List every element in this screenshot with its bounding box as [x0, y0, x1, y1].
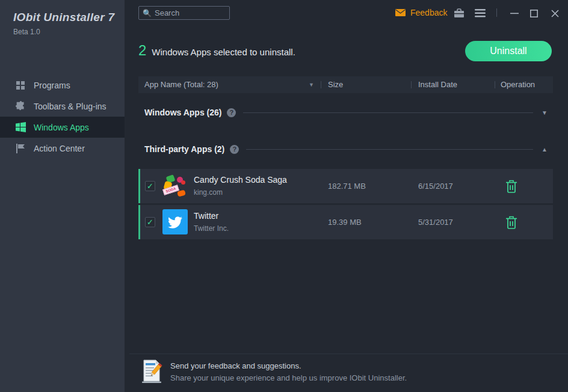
column-divider	[411, 81, 412, 88]
app-size: 182.71 MB	[328, 182, 366, 191]
column-install-date[interactable]: Install Date	[418, 76, 457, 93]
sort-arrow-icon[interactable]: ▼	[309, 76, 314, 93]
toolbox-icon[interactable]	[453, 7, 465, 19]
footer-line2: Share your unique experience and help us…	[170, 373, 407, 382]
chevron-up-icon[interactable]: ▲	[542, 146, 548, 153]
sidebar-item-label: Action Center	[34, 144, 85, 153]
sidebar-item-toolbars[interactable]: Toolbars & Plug-ins	[0, 96, 125, 117]
maximize-button[interactable]	[528, 7, 540, 19]
column-divider	[321, 81, 321, 88]
footer-line1: Send your feedback and suggestions.	[170, 361, 407, 370]
app-name: Candy Crush Soda Saga	[194, 175, 287, 185]
selection-headline: 2 Windows Apps selected to uninstall.	[138, 42, 295, 59]
app-text-block: Twitter Twitter Inc.	[194, 211, 229, 233]
app-title: IObit Uninstaller 7	[13, 11, 125, 24]
help-icon[interactable]: ?	[230, 145, 239, 154]
app-text-block: Candy Crush Soda Saga king.com	[194, 175, 287, 197]
row-checkbox[interactable]: ✓	[145, 181, 155, 191]
footer-text-block: Send your feedback and suggestions. Shar…	[170, 361, 407, 382]
app-window: IObit Uninstaller 7 Beta 1.0 Programs To…	[0, 0, 568, 392]
envelope-icon	[395, 9, 406, 16]
table-row-candy-crush[interactable]: ✓ SODA Candy Crush Soda Saga king.com 18…	[138, 169, 553, 203]
column-operation: Operation	[501, 76, 535, 93]
app-size: 19.39 MB	[328, 218, 362, 227]
table-header: App Name (Total: 28) ▼ Size Install Date…	[138, 76, 553, 93]
twitter-app-icon	[162, 209, 188, 234]
selected-count: 2	[138, 42, 146, 59]
app-publisher: Twitter Inc.	[194, 224, 229, 233]
sidebar: IObit Uninstaller 7 Beta 1.0 Programs To…	[0, 0, 125, 392]
app-version: Beta 1.0	[13, 28, 125, 36]
search-box[interactable]: 🔍	[138, 6, 230, 20]
programs-grid-icon	[15, 80, 26, 91]
sidebar-item-windows-apps[interactable]: Windows Apps	[0, 117, 125, 138]
chevron-down-icon[interactable]: ▼	[542, 109, 548, 116]
section-divider	[243, 112, 533, 113]
footer-divider	[129, 354, 568, 354]
app-publisher: king.com	[194, 188, 287, 197]
feedback-button[interactable]: Feedback	[395, 8, 447, 17]
uninstall-button[interactable]: Uninstall	[465, 41, 552, 61]
minimize-button[interactable]	[508, 7, 520, 19]
menu-icon[interactable]	[474, 7, 486, 19]
section-title: Third-party Apps (2)	[144, 144, 224, 154]
sidebar-nav: Programs Toolbars & Plug-ins Windows App…	[0, 75, 125, 159]
search-input[interactable]	[155, 8, 226, 17]
sidebar-item-action-center[interactable]: Action Center	[0, 138, 125, 159]
table-row-twitter[interactable]: ✓ Twitter Twitter Inc. 19.39 MB 5/31/201…	[138, 205, 553, 239]
section-title: Windows Apps (26)	[144, 108, 221, 117]
main-panel: 🔍 Feedback 2 Windows Apps selecte	[125, 0, 568, 392]
trash-icon[interactable]	[505, 216, 518, 229]
selected-message: Windows Apps selected to uninstall.	[152, 47, 295, 57]
column-app-name[interactable]: App Name (Total: 28)	[144, 76, 218, 93]
sidebar-item-programs[interactable]: Programs	[0, 75, 125, 96]
row-checkbox[interactable]: ✓	[145, 217, 155, 227]
feedback-note-icon[interactable]	[140, 360, 163, 384]
puzzle-icon	[15, 101, 26, 112]
search-icon: 🔍	[143, 9, 152, 17]
section-windows-apps[interactable]: Windows Apps (26) ? ▼	[138, 106, 553, 118]
feedback-label: Feedback	[410, 8, 447, 17]
close-button[interactable]	[549, 7, 561, 19]
flag-icon	[15, 143, 26, 154]
app-install-date: 6/15/2017	[418, 182, 453, 191]
app-name: Twitter	[194, 211, 229, 221]
column-size[interactable]: Size	[328, 76, 343, 93]
sidebar-item-label: Programs	[34, 81, 70, 90]
section-divider	[246, 149, 533, 150]
app-install-date: 5/31/2017	[418, 218, 453, 227]
candy-crush-app-icon: SODA	[162, 173, 188, 198]
titlebar-separator	[496, 8, 497, 17]
section-third-party-apps[interactable]: Third-party Apps (2) ? ▲	[138, 143, 553, 155]
windows-logo-icon	[15, 122, 26, 133]
sidebar-item-label: Toolbars & Plug-ins	[34, 102, 106, 111]
column-divider	[495, 81, 495, 88]
trash-icon[interactable]	[505, 180, 518, 193]
help-icon[interactable]: ?	[227, 108, 236, 117]
sidebar-header: IObit Uninstaller 7 Beta 1.0	[0, 0, 125, 36]
sidebar-item-label: Windows Apps	[34, 123, 89, 132]
